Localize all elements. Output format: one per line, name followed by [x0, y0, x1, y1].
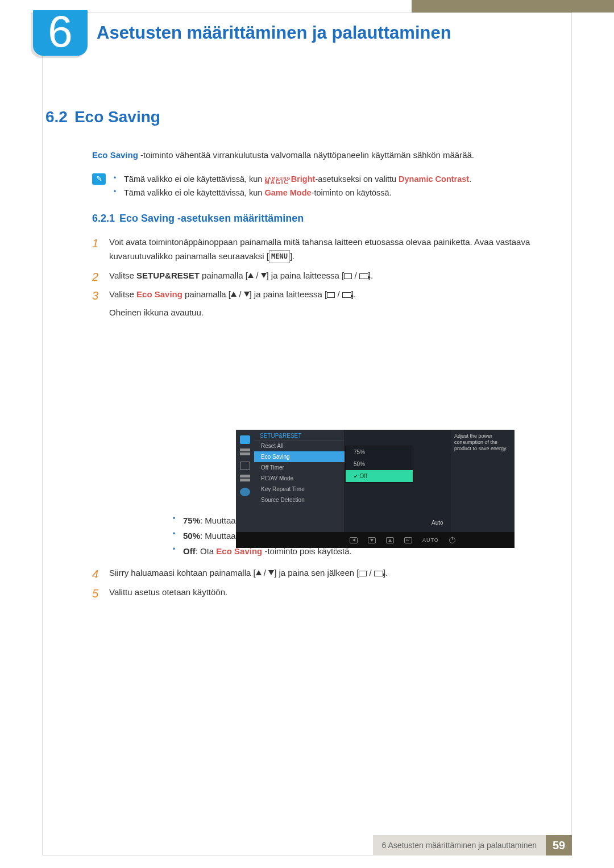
- rect-icon: [344, 273, 352, 279]
- menu-label: MENU: [269, 250, 290, 263]
- page-footer: 6 Asetusten määrittäminen ja palauttamin…: [42, 835, 572, 855]
- up-icon: [231, 292, 237, 297]
- footer-page-number: 59: [546, 835, 572, 855]
- : 5: [92, 584, 98, 603]
- content-area: 6.2 Eco Saving Eco Saving -toiminto vähe…: [45, 108, 569, 604]
- down-icon: [261, 273, 267, 278]
- note-list: Tämä valikko ei ole käytettävissä, kun S…: [114, 172, 471, 200]
- step-num: 4: [92, 564, 98, 584]
- intro-rest: -toiminto vähentää virrankulutusta valvo…: [138, 150, 474, 160]
- osd-nav-left-icon: [350, 537, 358, 543]
- osd-info-icon: [240, 488, 250, 496]
- step-4: 4 Siirry haluamaasi kohtaan painamalla […: [92, 566, 569, 580]
- note-icon: [92, 173, 106, 185]
- step-num: 3: [92, 286, 98, 305]
- osd-monitor-icon: [240, 435, 250, 444]
- rect-icon: [327, 292, 335, 298]
- intro-paragraph: Eco Saving -toiminto vähentää virrankulu…: [45, 149, 569, 162]
- osd-item-reset: Reset All: [254, 441, 345, 451]
- subsection-heading: 6.2.1Eco Saving -asetuksen määrittäminen: [92, 213, 569, 225]
- osd-power-icon: [449, 537, 455, 543]
- intro-label: Eco Saving: [92, 150, 138, 160]
- osd-option-75: 75%: [346, 446, 413, 458]
- osd-sidebar-icons: [236, 430, 254, 532]
- osd-nav-down-icon: [368, 537, 376, 543]
- osd-item-ecosaving: Eco Saving: [254, 451, 345, 462]
- samsung-magic-logo: SAMSUNGMAGIC: [264, 177, 291, 185]
- chapter-number: 6: [33, 9, 88, 53]
- source-icon: [359, 273, 368, 279]
- step-3-followup: Oheinen ikkuna avautuu.: [109, 305, 569, 320]
- osd-nav-bar: ↵ AUTO: [236, 532, 515, 548]
- subsection-title: Eco Saving -asetuksen määrittäminen: [119, 213, 304, 224]
- osd-item-pcav: PC/AV Mode: [254, 473, 345, 484]
- rect-icon: [359, 571, 367, 576]
- up-icon: [256, 570, 262, 575]
- step-num: 1: [92, 234, 98, 253]
- section-heading: 6.2 Eco Saving: [45, 108, 569, 126]
- subsection-number: 6.2.1: [92, 213, 119, 224]
- chapter-tab: 6: [33, 10, 88, 56]
- osd-item-keyrepeat: Key Repeat Time: [254, 484, 345, 495]
- section-title: Eco Saving: [74, 108, 160, 126]
- note-item-1: Tämä valikko ei ole käytettävissä, kun S…: [114, 172, 471, 186]
- footer-chapter-label: 6 Asetusten määrittäminen ja palauttamin…: [373, 835, 546, 855]
- osd-screenshot: SETUP&RESET Reset All Eco Saving Off Tim…: [236, 430, 515, 548]
- source-icon: [342, 292, 351, 298]
- osd-item-source: Source Detection: [254, 495, 345, 505]
- chapter-title: Asetusten määrittäminen ja palauttaminen: [97, 23, 451, 43]
- osd-menu-header: SETUP&RESET: [254, 430, 345, 441]
- section-number: 6.2: [45, 108, 74, 126]
- step-num: 2: [92, 267, 98, 286]
- osd-menu: SETUP&RESET Reset All Eco Saving Off Tim…: [254, 430, 345, 532]
- down-icon: [268, 570, 274, 575]
- osd-option-50: 50%: [346, 458, 413, 470]
- osd-option-off: Off: [346, 470, 413, 482]
- step-5: 5 Valittu asetus otetaan käyttöön.: [92, 585, 569, 600]
- down-icon: [244, 292, 250, 297]
- up-icon: [248, 273, 254, 278]
- osd-description: Adjust the power consumption of the prod…: [451, 430, 515, 532]
- note-block: Tämä valikko ei ole käytettävissä, kun S…: [45, 172, 569, 200]
- step-1: 1 Voit avata toimintonäppäinoppaan paina…: [92, 235, 569, 264]
- osd-lines-icon: [240, 448, 250, 457]
- note-item-2: Tämä valikko ei ole käytettävissä, kun G…: [114, 186, 471, 200]
- source-icon: [374, 571, 383, 576]
- osd-lines2-icon: [240, 475, 250, 483]
- osd-source-value: Auto: [432, 520, 443, 526]
- osd-auto-label: AUTO: [422, 537, 439, 543]
- decorative-top-bar: [412, 0, 614, 13]
- step-2: 2 Valitse SETUP&RESET painamalla [ / ] j…: [92, 268, 569, 283]
- osd-options-popup: 75% 50% Off: [345, 446, 413, 483]
- osd-nav-return-icon: ↵: [404, 537, 412, 543]
- osd-move-icon: [240, 462, 250, 470]
- osd-nav-up-icon: [386, 537, 394, 543]
